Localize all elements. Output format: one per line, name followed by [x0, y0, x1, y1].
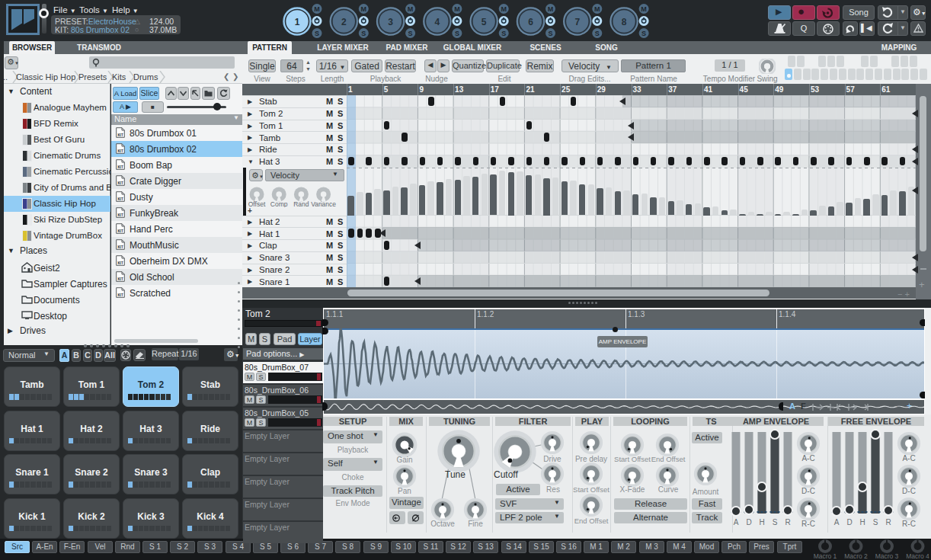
svg-text:Macro 4: Macro 4: [906, 552, 929, 560]
svg-text:A: A: [734, 518, 739, 526]
svg-text:S: S: [408, 30, 413, 37]
svg-text:M: M: [361, 5, 367, 13]
svg-text:M: M: [641, 5, 647, 13]
svg-text:M: M: [454, 5, 460, 13]
svg-text:M: M: [594, 5, 600, 13]
svg-text:R-C: R-C: [801, 520, 815, 528]
svg-text:S: S: [773, 518, 778, 526]
svg-text:S: S: [315, 30, 319, 37]
svg-text:KIT: KIT: [117, 213, 123, 217]
svg-text:S: S: [641, 30, 646, 37]
svg-text:7: 7: [574, 17, 580, 27]
svg-text:D: D: [846, 518, 852, 526]
svg-text:S: S: [361, 30, 366, 37]
svg-text:1: 1: [295, 17, 300, 27]
svg-text:A: A: [834, 518, 840, 526]
svg-text:KIT: KIT: [117, 229, 123, 233]
svg-text:2: 2: [341, 17, 347, 27]
svg-text:6: 6: [528, 17, 533, 27]
svg-text:Macro 2: Macro 2: [844, 552, 868, 560]
svg-text:KIT: KIT: [117, 277, 123, 281]
svg-text:Comp: Comp: [270, 200, 288, 207]
svg-text:M: M: [501, 5, 507, 13]
svg-text:KIT: KIT: [117, 149, 123, 153]
svg-text:8: 8: [622, 17, 627, 27]
svg-text:D-C: D-C: [801, 487, 815, 495]
svg-text:Macro 3: Macro 3: [875, 552, 899, 560]
svg-text:KIT: KIT: [117, 293, 123, 297]
svg-text:M: M: [314, 5, 320, 13]
svg-text:KIT: KIT: [117, 133, 123, 137]
svg-text:A-C: A-C: [801, 454, 814, 462]
svg-text:Variance: Variance: [311, 200, 336, 207]
svg-text:3: 3: [388, 17, 393, 27]
svg-text:S: S: [501, 30, 506, 37]
svg-text:D-C: D-C: [902, 487, 916, 495]
svg-text:KIT: KIT: [117, 181, 123, 185]
svg-text:M: M: [408, 5, 414, 13]
svg-text:R-C: R-C: [902, 520, 916, 528]
svg-text:H: H: [859, 518, 865, 526]
svg-text:KIT: KIT: [117, 197, 123, 201]
svg-text:KIT: KIT: [117, 165, 123, 169]
svg-text:S: S: [873, 518, 878, 526]
svg-text:S: S: [548, 30, 552, 37]
svg-text:M: M: [548, 5, 554, 13]
svg-text:A-C: A-C: [902, 454, 915, 462]
svg-text:KIT: KIT: [117, 245, 123, 249]
svg-text:Macro 1: Macro 1: [814, 552, 837, 560]
svg-text:KIT: KIT: [117, 261, 123, 265]
svg-text:5: 5: [481, 17, 487, 27]
svg-text:4: 4: [435, 17, 440, 27]
svg-text:R: R: [785, 518, 790, 526]
svg-text:S: S: [455, 30, 459, 37]
svg-text:H: H: [759, 518, 764, 526]
svg-text:R: R: [885, 518, 891, 526]
svg-text:S: S: [595, 30, 600, 37]
svg-text:Rand: Rand: [293, 200, 309, 207]
svg-text:D: D: [746, 518, 751, 526]
